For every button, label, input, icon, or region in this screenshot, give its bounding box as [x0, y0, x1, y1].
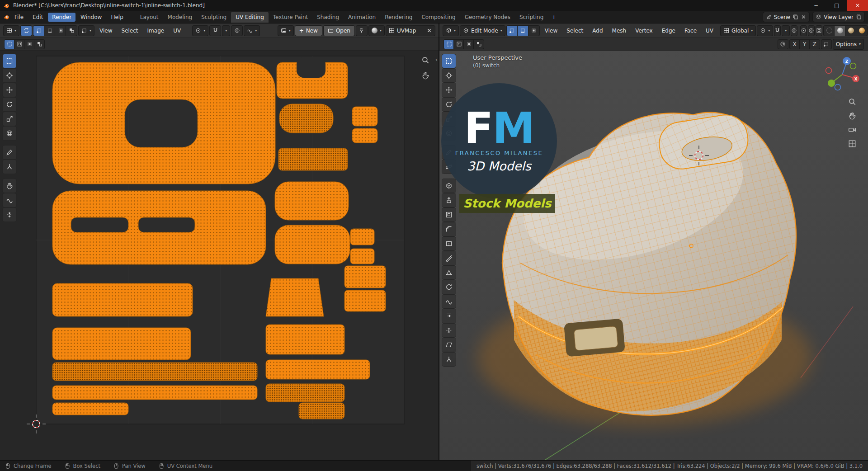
uv-tool-rotate[interactable]	[3, 98, 16, 111]
uv-canvas[interactable]: ‹	[0, 51, 439, 460]
vp-tool-smooth[interactable]	[442, 295, 456, 308]
transform-orientation-dropdown[interactable]: Global ▾	[721, 26, 755, 36]
unlink-scene-icon[interactable]	[801, 14, 807, 20]
display-channels-dropdown[interactable]: ▾	[369, 26, 384, 36]
vp-tool-inset-faces[interactable]	[442, 208, 456, 221]
vp-tool-spin[interactable]	[442, 280, 456, 294]
uv-map-selector[interactable]: UVMap	[386, 26, 435, 36]
auto-merge-toggle[interactable]	[821, 40, 831, 49]
vp-select-mode-intersect-button[interactable]	[474, 40, 484, 49]
vp-tool-extrude-region[interactable]	[442, 193, 456, 207]
shading-material-button[interactable]	[845, 26, 856, 36]
uv-select-island-button[interactable]	[66, 26, 77, 36]
box-select-mode-extend-button[interactable]	[14, 40, 24, 49]
mesh-select-edge-button[interactable]	[518, 26, 528, 36]
uv-falloff-dropdown[interactable]: ▾	[244, 26, 259, 36]
vp-select-mode-extend-button[interactable]	[454, 40, 464, 49]
snap-toggle[interactable]	[774, 26, 780, 36]
show-overlays-toggle[interactable]	[808, 26, 814, 36]
menu-edit[interactable]: Edit	[28, 13, 47, 22]
vp-tool-edge-slide[interactable]	[442, 309, 456, 323]
vp-menu-select[interactable]: Select	[563, 26, 587, 35]
new-image-button[interactable]: + New	[295, 26, 322, 36]
vp-menu-add[interactable]: Add	[589, 26, 606, 35]
uv-tool-select-box[interactable]	[3, 54, 16, 68]
zoom-icon[interactable]	[421, 56, 429, 64]
workspace-tab-texture-paint[interactable]: Texture Paint	[269, 12, 312, 23]
workspace-tab-sculpting[interactable]: Sculpting	[197, 12, 231, 23]
browse-image-dropdown[interactable]: ▾	[278, 26, 293, 36]
vp-tool-poly-build[interactable]	[442, 266, 456, 279]
uv-menu-image[interactable]: Image	[144, 26, 168, 35]
uv-snap-toggle[interactable]	[210, 26, 221, 36]
uv-editor-type-button[interactable]: ▾	[4, 26, 19, 36]
pivot-point-dropdown[interactable]: ▾	[757, 26, 773, 36]
shading-solid-button[interactable]	[835, 26, 845, 36]
box-select-mode-intersect-button[interactable]	[34, 40, 44, 49]
snap-dropdown[interactable]: ▾	[782, 26, 789, 36]
new-view-layer-icon[interactable]	[856, 14, 862, 20]
navigation-gizmo[interactable]: Z X	[823, 55, 862, 94]
uv-tool-grab[interactable]	[3, 179, 16, 193]
show-gizmo-toggle[interactable]	[801, 26, 807, 36]
workspace-tab-rendering[interactable]: Rendering	[380, 12, 417, 23]
vp-menu-view[interactable]: View	[541, 26, 561, 35]
mirror-z-button[interactable]: Z	[810, 40, 820, 49]
vp-tool-rip-region[interactable]	[442, 353, 456, 366]
viewport-editor-type-button[interactable]: ▾	[443, 26, 458, 36]
menu-render[interactable]: Render	[48, 13, 75, 22]
workspace-tab-scripting[interactable]: Scripting	[515, 12, 548, 23]
shading-wireframe-button[interactable]	[824, 26, 835, 36]
workspace-tab-shading[interactable]: Shading	[312, 12, 344, 23]
uv-snap-dropdown[interactable]: ▾	[222, 26, 230, 36]
gizmo-x-label[interactable]: X	[854, 77, 858, 81]
pin-image-toggle[interactable]	[356, 26, 367, 36]
pan-hand-icon[interactable]	[421, 71, 429, 80]
mesh-select-vertex-button[interactable]	[507, 26, 518, 36]
uv-select-edge-button[interactable]	[44, 26, 55, 36]
vp-tool-loop-cut[interactable]	[442, 237, 456, 250]
uv-proportional-edit-toggle[interactable]	[231, 26, 242, 36]
proportional-edit-toggle[interactable]	[791, 26, 797, 36]
workspace-tab-geometry-nodes[interactable]: Geometry Nodes	[460, 12, 515, 23]
vp-tool-bevel[interactable]	[442, 222, 456, 236]
workspace-tab-layout[interactable]: Layout	[136, 12, 163, 23]
box-select-mode-new-button[interactable]	[5, 40, 14, 49]
mode-selector[interactable]: Edit Mode ▾	[460, 26, 505, 36]
vp-tool-move[interactable]	[442, 83, 456, 97]
mirror-y-button[interactable]: Y	[800, 40, 810, 49]
shading-rendered-button[interactable]	[856, 26, 867, 36]
uv-menu-view[interactable]: View	[96, 26, 116, 35]
vp-select-mode-new-button[interactable]	[444, 40, 454, 49]
mirror-x-button[interactable]: X	[790, 40, 800, 49]
vp-menu-face[interactable]: Face	[681, 26, 700, 35]
vp-tool-shear[interactable]	[442, 338, 456, 352]
pan-hand-icon[interactable]	[848, 112, 856, 120]
uv-select-vertex-button[interactable]	[33, 26, 44, 36]
vp-menu-vertex[interactable]: Vertex	[632, 26, 656, 35]
uv-tool-move[interactable]	[3, 83, 16, 97]
open-image-button[interactable]: Open	[324, 26, 354, 36]
new-scene-icon[interactable]	[793, 14, 798, 20]
vp-select-mode-subtract-button[interactable]	[464, 40, 474, 49]
scene-selector[interactable]: Scene	[763, 12, 810, 22]
uv-tool-relax[interactable]	[3, 193, 16, 207]
vp-tool-knife[interactable]	[442, 251, 456, 265]
workspace-tab-uv-editing[interactable]: UV Editing	[231, 12, 269, 23]
vp-menu-edge[interactable]: Edge	[658, 26, 679, 35]
uv-sticky-select-dropdown[interactable]: ▾	[79, 26, 94, 36]
transform-pivot-togg[interactable]	[778, 40, 788, 49]
minimize-button[interactable]: −	[806, 0, 826, 11]
maximize-button[interactable]: □	[826, 0, 847, 11]
uv-tool-scale[interactable]	[3, 112, 16, 126]
orthographic-toggle-icon[interactable]	[848, 140, 856, 148]
uv-menu-uv[interactable]: UV	[170, 26, 184, 35]
uv-sync-selection-toggle[interactable]	[21, 26, 32, 36]
vp-tool-add-cube[interactable]	[442, 179, 456, 193]
clear-uv-map-icon[interactable]	[426, 28, 432, 33]
sidebar-collapse-arrow[interactable]: ‹	[435, 56, 438, 63]
workspace-tab-modeling[interactable]: Modeling	[163, 12, 197, 23]
uv-tool-pinch[interactable]	[3, 208, 16, 221]
options-dropdown[interactable]: Options ▾	[833, 39, 863, 49]
uv-tool-transform[interactable]	[3, 127, 16, 140]
